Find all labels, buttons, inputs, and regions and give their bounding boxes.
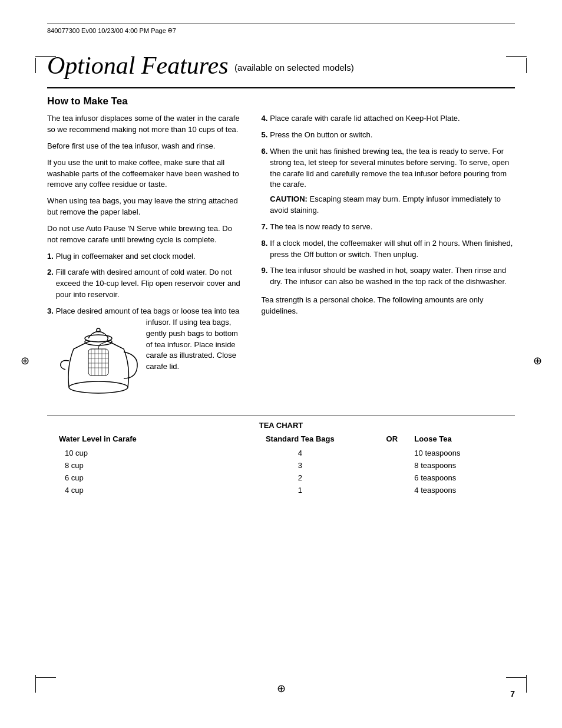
closing-text: Tea strength is a personal choice. The f… xyxy=(261,295,515,317)
cell-loose: 4 teaspoons xyxy=(409,484,515,496)
tea-chart-table: Water Level in Carafe Standard Tea Bags … xyxy=(47,433,515,496)
cell-loose: 10 teaspoons xyxy=(409,447,515,459)
cell-bags: 4 xyxy=(226,447,374,459)
step-num: 7. xyxy=(261,222,267,233)
vert-mark-bl xyxy=(35,675,36,693)
table-row: 6 cup 2 6 teaspoons xyxy=(47,472,515,484)
corner-mark-bl xyxy=(35,677,56,678)
step-num: 8. xyxy=(261,238,267,261)
carafe-illustration xyxy=(56,319,141,396)
cell-bags: 1 xyxy=(226,484,374,496)
tea-chart-section: TEA CHART Water Level in Carafe Standard… xyxy=(47,416,515,496)
col-header-or: OR xyxy=(374,433,409,447)
step-text: Fill carafe with desired amount of cold … xyxy=(56,267,244,301)
step-text: The tea infusor should be washed in hot,… xyxy=(270,265,515,288)
step-num: 1. xyxy=(47,251,54,262)
cell-water: 8 cup xyxy=(47,459,226,472)
vert-mark-left xyxy=(35,58,36,73)
header-meta-text: 840077300 Ev00 10/23/00 4:00 PM Page xyxy=(47,27,166,34)
corner-mark-tr xyxy=(506,56,527,57)
cell-or xyxy=(374,447,409,459)
vert-mark-br xyxy=(526,675,527,693)
header-page-num: 7 xyxy=(173,27,176,34)
para-2: Before first use of the tea infusor, was… xyxy=(47,141,243,152)
cell-or xyxy=(374,484,409,496)
step3-text: Place desired amount of tea bags or xyxy=(56,307,179,315)
list-item: 3. Place desired amount of tea bags or xyxy=(47,306,243,400)
title-main: Optional Features xyxy=(47,52,229,79)
tea-chart-title: TEA CHART xyxy=(47,416,515,433)
step-text: If a clock model, the coffeemaker will s… xyxy=(270,238,515,261)
two-col-layout: The tea infusor displaces some of the wa… xyxy=(47,113,515,405)
step-text-3: Place desired amount of tea bags or xyxy=(56,306,244,400)
step-text: The tea is now ready to serve. xyxy=(270,222,515,233)
list-item: 6. When the unit has finished brewing te… xyxy=(261,146,515,216)
cell-or xyxy=(374,472,409,484)
cell-loose: 6 teaspoons xyxy=(409,472,515,484)
step-text: When the unit has finished brewing tea, … xyxy=(270,146,515,216)
para-3: If you use the unit to make coffee, make… xyxy=(47,157,243,191)
cell-loose: 8 teaspoons xyxy=(409,459,515,472)
step-num: 6. xyxy=(261,146,267,216)
para-5: Do not use Auto Pause 'N Serve while bre… xyxy=(47,223,243,246)
cell-bags: 3 xyxy=(226,459,374,472)
list-item: 2. Fill carafe with desired amount of co… xyxy=(47,267,243,301)
page-title: Optional Features (available on selected… xyxy=(47,52,515,79)
corner-mark-br xyxy=(506,677,527,678)
para-1: The tea infusor displaces some of the wa… xyxy=(47,113,243,136)
step-text: Place carafe with carafe lid attached on… xyxy=(270,113,515,124)
left-column: The tea infusor displaces some of the wa… xyxy=(47,113,243,405)
cell-water: 10 cup xyxy=(47,447,226,459)
cell-bags: 2 xyxy=(226,472,374,484)
page-number: 7 xyxy=(510,689,515,699)
col-header-loose: Loose Tea xyxy=(409,433,515,447)
list-item: 1. Plug in coffeemaker and set clock mod… xyxy=(47,251,243,262)
cell-or xyxy=(374,459,409,472)
step-num: 3. xyxy=(47,306,54,400)
table-row: 8 cup 3 8 teaspoons xyxy=(47,459,515,472)
crosshair-left: ⊕ xyxy=(18,354,32,368)
table-header-row: Water Level in Carafe Standard Tea Bags … xyxy=(47,433,515,447)
steps-right: 4. Place carafe with carafe lid attached… xyxy=(261,113,515,288)
table-row: 10 cup 4 10 teaspoons xyxy=(47,447,515,459)
header-meta: 840077300 Ev00 10/23/00 4:00 PM Page ⊕ 7 xyxy=(47,24,515,34)
caution-block: CAUTION: Escaping steam may burn. Empty … xyxy=(270,194,515,216)
list-item: 7. The tea is now ready to serve. xyxy=(261,222,515,233)
step3-text-cont: loose tea into tea infusor. If using tea… xyxy=(146,307,240,371)
para-4: When using tea bags, you may leave the s… xyxy=(47,196,243,218)
title-subtitle: (available on selected models) xyxy=(234,62,354,73)
step-num: 2. xyxy=(47,267,54,301)
crosshair-right: ⊕ xyxy=(530,354,544,368)
steps-left: 1. Plug in coffeemaker and set clock mod… xyxy=(47,251,243,400)
col-header-water: Water Level in Carafe xyxy=(47,433,226,447)
vert-mark-right xyxy=(526,58,527,73)
step-num: 5. xyxy=(261,130,267,141)
step-num: 9. xyxy=(261,265,267,288)
corner-mark-tl xyxy=(35,56,56,57)
section-rule xyxy=(47,87,515,88)
col-header-bags: Standard Tea Bags xyxy=(226,433,374,447)
caution-label: CAUTION: xyxy=(270,195,308,203)
list-item: 9. The tea infusor should be washed in h… xyxy=(261,265,515,288)
list-item: 4. Place carafe with carafe lid attached… xyxy=(261,113,515,124)
svg-point-0 xyxy=(69,381,128,393)
page: ⊕ ⊕ ⊕ 840077300 Ev00 10/23/00 4:00 PM Pa… xyxy=(0,0,562,728)
list-item: 5. Press the On button or switch. xyxy=(261,130,515,141)
step-num: 4. xyxy=(261,113,267,124)
crosshair-bottom: ⊕ xyxy=(274,681,288,696)
section-heading: How to Make Tea xyxy=(47,95,515,107)
right-column: 4. Place carafe with carafe lid attached… xyxy=(261,113,515,405)
cell-water: 6 cup xyxy=(47,472,226,484)
step-text: Press the On button or switch. xyxy=(270,130,515,141)
cell-water: 4 cup xyxy=(47,484,226,496)
list-item: 8. If a clock model, the coffeemaker wil… xyxy=(261,238,515,261)
step-text: Plug in coffeemaker and set clock model. xyxy=(56,251,244,262)
page-marker: ⊕ xyxy=(167,27,173,34)
table-row: 4 cup 1 4 teaspoons xyxy=(47,484,515,496)
